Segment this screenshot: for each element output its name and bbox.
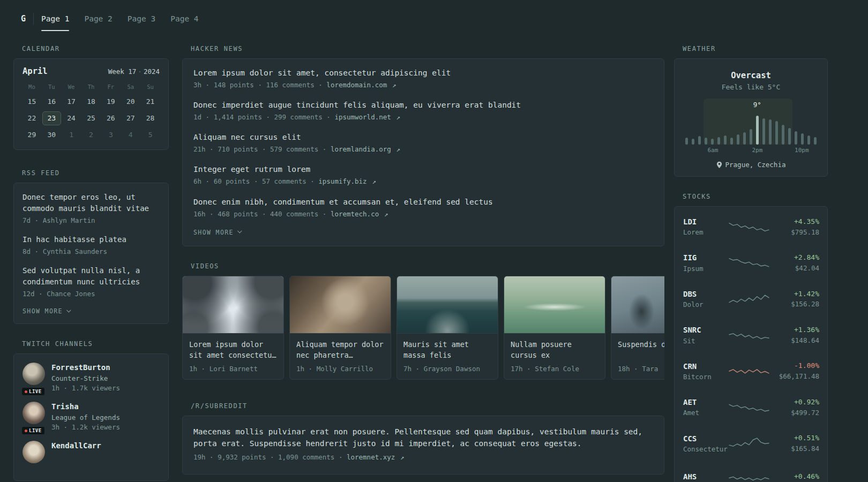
stock-row[interactable]: AET Amet +0.92% $499.72 [683,389,819,425]
weather-hour-bar [769,119,772,145]
story-domain-link[interactable]: loremtech.co ↗ [331,210,388,218]
video-card[interactable]: Nullam posuere cursus ex 17h · Stefan Co… [504,276,605,380]
calendar-day-header: Th [82,84,101,92]
video-card[interactable]: Mauris sit amet massa felis 7h · Grayson… [396,276,498,380]
video-thumbnail[interactable] [397,276,498,334]
story-meta: 3h · 148 points · 116 comments · loremdo… [193,80,653,90]
stock-row[interactable]: CCS Consectetur +0.51% $165.84 [683,426,819,462]
calendar-day: 4 [121,128,140,142]
stock-values: +4.35% $795.18 [770,217,819,237]
stock-symbol: LDI [683,217,728,227]
story-title-link[interactable]: Donec enim nibh, condimentum et accumsan… [193,197,653,208]
video-card[interactable]: Aliquam tempor dolor nec pharetra… 1h · … [289,276,391,380]
twitch-channel[interactable]: LIVE ForrestBurton Counter-Strike 1h · 1… [23,363,160,393]
post-meta: 19h · 9,932 points · 1,090 comments · lo… [193,453,653,462]
hackernews-item: Donec enim nibh, condimentum et accumsan… [193,197,653,219]
tab-page-2[interactable]: Page 2 [84,6,112,31]
avatar-wrap [23,441,45,463]
stock-name: Lorem [683,228,728,237]
page-tabs: Page 1 Page 2 Page 3 Page 4 [41,6,199,31]
stock-values: +1.42% $156.28 [770,290,819,309]
video-card[interactable]: Suspendis diam 18h · Tara [611,276,664,380]
post-title-link[interactable]: Maecenas mollis pulvinar erat non posuer… [193,426,653,450]
stock-row[interactable]: AHS +0.46% [683,462,819,482]
time-axis: 6am2pm10pm [684,147,818,155]
tab-page-1[interactable]: Page 1 [41,6,69,31]
weather-card: Overcast Feels like 5°C 9° 6am2pm10pm Pr… [674,58,828,177]
stock-sparkline [728,470,770,482]
channel-name[interactable]: KendallCarr [51,441,101,450]
avatar-wrap: LIVE [23,363,45,393]
tab-page-4[interactable]: Page 4 [170,6,198,31]
story-domain-link[interactable]: loremdomain.com ↗ [326,81,396,89]
external-link-icon: ↗ [372,177,376,185]
stock-row[interactable]: DBS Dolor +1.42% $156.28 [683,281,819,317]
video-title[interactable]: Mauris sit amet massa felis [403,339,491,360]
calendar-day: 15 [23,95,41,109]
video-body: Aliquam tempor dolor nec pharetra… 1h · … [290,334,391,379]
story-domain-link[interactable]: ipsumify.biz ↗ [318,177,376,185]
story-title-link[interactable]: Donec imperdiet augue tincidunt felis al… [193,100,653,111]
rss-item-title[interactable]: In hac habitasse platea [23,234,160,245]
stock-price: $165.84 [770,445,819,453]
stock-symbol: CCS [683,434,728,443]
stock-change: +0.51% [770,434,819,443]
stock-id: DBS Dolor [683,289,728,309]
video-title[interactable]: Nullam posuere cursus ex [511,339,598,360]
story-title-link[interactable]: Aliquam nec cursus elit [193,132,653,143]
stock-change: +1.42% [770,290,819,299]
top-navbar: G Page 1 Page 2 Page 3 Page 4 [13,6,855,31]
stock-id: CCS Consectetur [683,434,728,454]
chevron-down-icon [66,308,71,312]
video-title[interactable]: Aliquam tempor dolor nec pharetra… [296,339,384,360]
post-domain-link[interactable]: loremnet.xyz ↗ [347,453,404,461]
twitch-channel[interactable]: LIVE Trisha League of Legends 3h · 1.2k … [23,402,160,432]
stock-values: +0.46% [770,472,819,482]
show-more-button[interactable]: SHOW MORE [23,307,71,315]
video-body: Nullam posuere cursus ex 17h · Stefan Co… [504,334,605,379]
story-title-link[interactable]: Integer eget rutrum lorem [193,164,653,175]
story-title-link[interactable]: Lorem ipsum dolor sit amet, consectetur … [193,67,653,79]
stock-price: $156.28 [770,300,819,308]
story-domain-link[interactable]: ipsumworld.net ↗ [334,113,400,121]
stock-row[interactable]: IIG Ipsum +2.84% $42.04 [683,245,819,281]
calendar-card: April Week 17·2024 MoTuWeThFrSaSu1516171… [13,58,169,150]
calendar-week-year: Week 17·2024 [108,67,160,76]
video-card[interactable]: Lorem ipsum dolor sit amet consectetu… 1… [182,276,284,380]
twitch-channel[interactable]: KendallCarr [23,441,160,463]
rss-item-title[interactable]: Sed volutpat nulla nisl, a condimentum n… [23,265,160,288]
hackernews-item: Lorem ipsum dolor sit amet, consectetur … [193,67,653,90]
video-thumbnail[interactable] [183,276,283,334]
weather-hour-bar [750,129,752,145]
calendar-day: 17 [62,95,81,109]
external-link-icon: ↗ [400,453,405,461]
channel-name[interactable]: Trisha [51,402,120,411]
rss-item-title[interactable]: Donec tempor eros leo, ut commodo mauris… [23,192,160,214]
stock-symbol: AHS [683,472,728,481]
weather-location: Prague, Czechia [683,161,819,169]
rss-item: Donec tempor eros leo, ut commodo mauris… [23,192,160,225]
subreddit-card: Maecenas mollis pulvinar erat non posuer… [182,416,664,475]
channel-name[interactable]: ForrestBurton [51,363,120,372]
calendar-day-header: Mo [23,84,41,92]
story-domain-link[interactable]: loremlandia.org ↗ [331,145,400,153]
weather-hour-bar [807,135,810,145]
show-more-button[interactable]: SHOW MORE [193,229,242,236]
story-meta: 6h · 60 points · 57 comments · ipsumify.… [193,177,653,186]
video-thumbnail[interactable] [290,276,391,334]
location-pin-icon [716,161,722,169]
stock-row[interactable]: LDI Lorem +4.35% $795.18 [683,209,819,245]
stock-row[interactable]: CRN Bitcorn -1.00% $66,171.48 [683,353,819,389]
video-thumbnail[interactable] [611,276,664,334]
stock-row[interactable]: SNRC Sit +1.36% $148.64 [683,317,819,353]
weather-hour-bar [775,121,778,145]
story-domain: ipsumify.biz [318,177,366,185]
video-thumbnail[interactable] [504,276,605,334]
stock-name: Amet [683,409,728,417]
stock-change: +2.84% [770,253,819,262]
video-title[interactable]: Suspendis diam [618,339,664,360]
video-meta: 7h · Grayson Dawson [403,365,491,373]
app-logo[interactable]: G [13,6,31,31]
tab-page-3[interactable]: Page 3 [128,6,155,31]
video-title[interactable]: Lorem ipsum dolor sit amet consectetu… [189,339,277,360]
